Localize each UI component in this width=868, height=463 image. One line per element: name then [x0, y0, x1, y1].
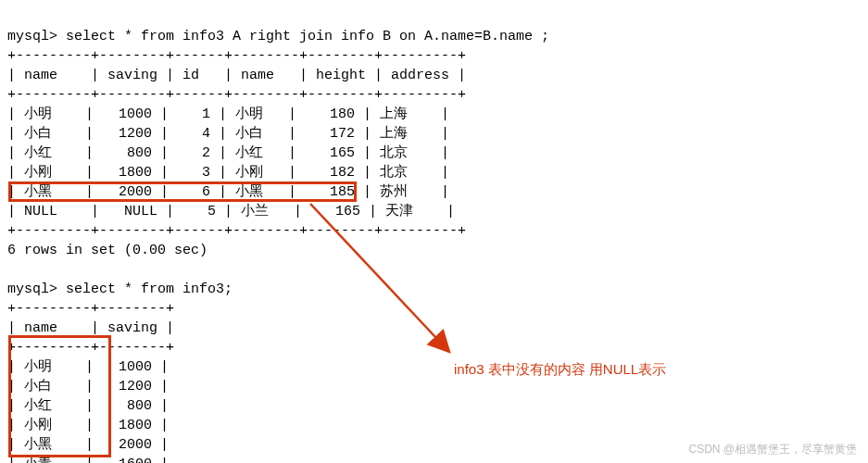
q2-header: | name | saving |: [7, 320, 174, 336]
sql-query-2: select * from info3;: [66, 282, 233, 297]
q1-row: | 小黑 | 2000 | 6 | 小黑 | 185 | 苏州 |: [7, 184, 449, 200]
q2-row: | 小白 | 1200 |: [7, 379, 169, 394]
q1-row-null: | NULL | NULL | 5 | 小兰 | 165 | 天津 |: [7, 204, 455, 219]
q1-sep-top: +---------+--------+------+--------+----…: [7, 48, 466, 64]
annotation-text: info3 表中没有的内容 用NULL表示: [454, 359, 666, 379]
q2-row: | 小红 | 800 |: [7, 398, 169, 414]
terminal-output: mysql> select * from info3 A right join …: [7, 7, 861, 463]
mysql-prompt-1: mysql>: [7, 29, 66, 44]
q2-row: | 小刚 | 1800 |: [7, 418, 169, 433]
q2-row: | 小青 | 1600 |: [7, 457, 169, 463]
q1-row: | 小刚 | 1800 | 3 | 小刚 | 182 | 北京 |: [7, 165, 449, 181]
mysql-prompt-2: mysql>: [7, 282, 66, 297]
q1-row: | 小红 | 800 | 2 | 小红 | 165 | 北京 |: [7, 145, 449, 161]
q2-row: | 小明 | 1000 |: [7, 359, 169, 375]
q1-sep-bot: +---------+--------+------+--------+----…: [7, 223, 466, 239]
q1-status: 6 rows in set (0.00 sec): [7, 243, 208, 258]
q2-sep-mid: +---------+--------+: [7, 340, 174, 356]
q1-row: | 小明 | 1000 | 1 | 小明 | 180 | 上海 |: [7, 106, 449, 122]
q1-header: | name | saving | id | name | height | a…: [7, 68, 466, 83]
watermark-text: CSDN @相遇蟹堡王，尽享蟹黄堡: [688, 442, 857, 457]
q1-row: | 小白 | 1200 | 4 | 小白 | 172 | 上海 |: [7, 126, 449, 142]
q2-sep-top: +---------+--------+: [7, 301, 174, 317]
q2-row: | 小黑 | 2000 |: [7, 437, 169, 453]
q1-sep-mid: +---------+--------+------+--------+----…: [7, 87, 466, 103]
sql-query-1: select * from info3 A right join info B …: [66, 29, 549, 44]
